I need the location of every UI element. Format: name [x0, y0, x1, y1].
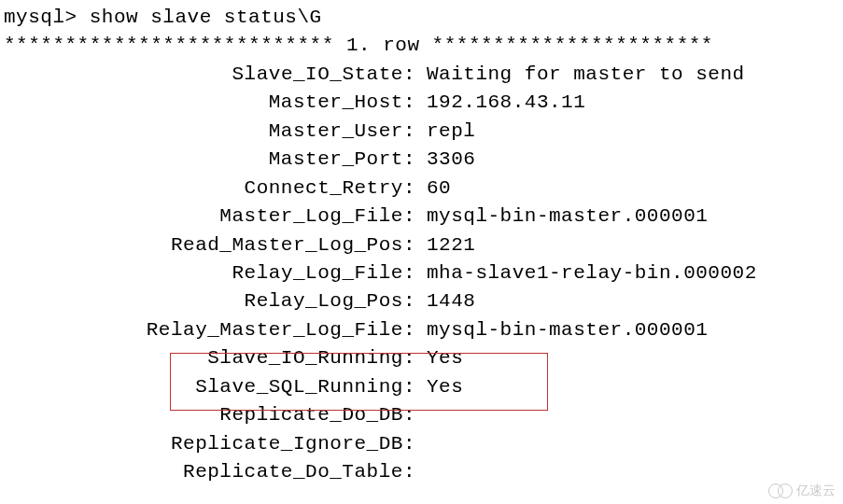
- status-row: Replicate_Ignore_DB:: [2, 430, 841, 458]
- status-row: Slave_SQL_Running: Yes: [2, 373, 841, 401]
- status-label: Connect_Retry:: [2, 175, 427, 203]
- status-row: Replicate_Do_DB:: [2, 401, 841, 429]
- status-label: Slave_SQL_Running:: [2, 373, 427, 401]
- status-value: 60: [427, 175, 451, 203]
- watermark: 亿速云: [768, 482, 836, 500]
- status-row: Master_Host: 192.168.43.11: [2, 89, 841, 117]
- status-label: Replicate_Do_DB:: [2, 401, 427, 429]
- status-row: Relay_Master_Log_File: mysql-bin-master.…: [2, 316, 841, 344]
- status-label: Relay_Log_File:: [2, 259, 427, 287]
- status-label: Slave_IO_Running:: [2, 344, 427, 372]
- separator-left: ***************************: [4, 35, 334, 56]
- status-row: Connect_Retry: 60: [2, 175, 841, 203]
- status-value: 1448: [427, 287, 475, 315]
- terminal-output: mysql> show slave status\G *************…: [2, 4, 841, 486]
- command-text: show slave status\G: [90, 7, 322, 28]
- status-label: Replicate_Ignore_DB:: [2, 430, 427, 458]
- status-label: Read_Master_Log_Pos:: [2, 231, 427, 259]
- status-label: Relay_Master_Log_File:: [2, 316, 427, 344]
- status-label: Master_Log_File:: [2, 203, 427, 231]
- status-row: Read_Master_Log_Pos: 1221: [2, 231, 841, 259]
- cloud-icon: [768, 483, 793, 498]
- status-label: Master_Port:: [2, 146, 427, 174]
- command-line: mysql> show slave status\G: [2, 4, 841, 32]
- status-value: 1221: [427, 231, 475, 259]
- status-label: Master_Host:: [2, 89, 427, 117]
- row-separator: *************************** 1. row *****…: [2, 32, 841, 60]
- status-row: Master_Log_File: mysql-bin-master.000001: [2, 203, 841, 231]
- status-row: Slave_IO_Running: Yes: [2, 344, 841, 372]
- status-label: Slave_IO_State:: [2, 61, 427, 89]
- mysql-prompt: mysql>: [4, 7, 77, 28]
- status-value: repl: [427, 118, 475, 146]
- separator-right: ***********************: [432, 35, 713, 56]
- status-row: Relay_Log_Pos: 1448: [2, 287, 841, 315]
- status-value: Yes: [427, 373, 463, 401]
- status-value: mysql-bin-master.000001: [427, 203, 708, 231]
- status-label: Relay_Log_Pos:: [2, 287, 427, 315]
- status-value: Waiting for master to send: [427, 61, 745, 89]
- watermark-text: 亿速云: [796, 482, 836, 500]
- status-row: Relay_Log_File: mha-slave1-relay-bin.000…: [2, 259, 841, 287]
- status-row: Replicate_Do_Table:: [2, 458, 841, 486]
- status-value: mha-slave1-relay-bin.000002: [427, 259, 757, 287]
- status-row: Master_User: repl: [2, 118, 841, 146]
- status-value: Yes: [427, 344, 463, 372]
- status-value: 192.168.43.11: [427, 89, 585, 117]
- status-label: Replicate_Do_Table:: [2, 458, 427, 486]
- separator-center: 1. row: [346, 35, 420, 56]
- status-row: Slave_IO_State: Waiting for master to se…: [2, 61, 841, 89]
- status-row: Master_Port: 3306: [2, 146, 841, 174]
- status-value: 3306: [427, 146, 475, 174]
- status-value: mysql-bin-master.000001: [427, 316, 708, 344]
- status-label: Master_User:: [2, 118, 427, 146]
